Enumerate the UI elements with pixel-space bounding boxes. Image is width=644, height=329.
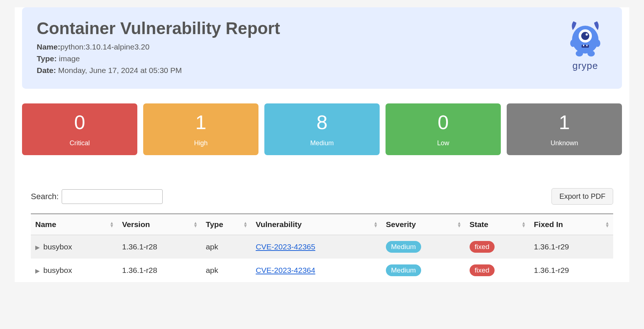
cve-link[interactable]: CVE-2023-42364 xyxy=(256,266,315,274)
severity-summary: 0 Critical 1 High 8 Medium 0 Low 1 Unkno… xyxy=(22,96,622,162)
grype-logo: grype xyxy=(567,18,607,72)
cell-version: 1.36.1-r28 xyxy=(117,259,201,282)
grype-monster-icon xyxy=(567,18,604,59)
svg-point-7 xyxy=(586,33,588,36)
col-state[interactable]: State▲▼ xyxy=(465,214,529,235)
vulnerability-table: Name▲▼ Version▲▼ Type▲▼ Vulnerability▲▼ … xyxy=(31,213,613,282)
sort-icon: ▲▼ xyxy=(110,222,114,228)
cell-type: apk xyxy=(201,259,251,282)
cell-version: 1.36.1-r28 xyxy=(117,235,201,259)
meta-type: Type: image xyxy=(37,54,567,63)
cve-link[interactable]: CVE-2023-42365 xyxy=(256,242,315,251)
svg-rect-10 xyxy=(586,45,587,46)
col-name[interactable]: Name▲▼ xyxy=(31,214,117,235)
vulnerability-table-section: Search: Export to PDF Name▲▼ Version▲▼ T… xyxy=(22,173,622,282)
severity-card-critical: 0 Critical xyxy=(22,103,137,155)
severity-card-low: 0 Low xyxy=(386,103,501,155)
severity-card-medium: 8 Medium xyxy=(264,103,380,155)
meta-date: Date: Monday, June 17, 2024 at 05:30 PM xyxy=(37,66,567,75)
cell-fixed-in: 1.36.1-r29 xyxy=(529,259,613,282)
meta-name: Name:python:3.10.14-alpine3.20 xyxy=(37,43,567,51)
sort-icon: ▲▼ xyxy=(521,222,526,228)
sort-icon: ▲▼ xyxy=(605,222,609,228)
sort-icon: ▲▼ xyxy=(243,222,248,228)
table-row: ▶busybox 1.36.1-r28 apk CVE-2023-42364 M… xyxy=(31,259,613,282)
state-badge: fixed xyxy=(470,241,495,253)
svg-point-4 xyxy=(595,40,600,47)
grype-logo-text: grype xyxy=(567,60,604,72)
col-severity[interactable]: Severity▲▼ xyxy=(381,214,465,235)
page-title: Container Vulnerability Report xyxy=(37,18,567,38)
col-type[interactable]: Type▲▼ xyxy=(201,214,251,235)
svg-rect-8 xyxy=(582,45,589,48)
svg-point-2 xyxy=(587,51,595,56)
export-pdf-button[interactable]: Export to PDF xyxy=(551,188,613,205)
table-row: ▶busybox 1.36.1-r28 apk CVE-2023-42365 M… xyxy=(31,235,613,259)
cell-name: busybox xyxy=(43,242,72,251)
expand-icon[interactable]: ▶ xyxy=(35,267,40,274)
severity-card-unknown: 1 Unknown xyxy=(507,103,622,155)
col-fixed-in[interactable]: Fixed In▲▼ xyxy=(529,214,613,235)
cell-type: apk xyxy=(201,235,251,259)
sort-icon: ▲▼ xyxy=(373,222,378,228)
search-label: Search: xyxy=(31,192,59,201)
svg-rect-9 xyxy=(583,45,584,46)
sort-icon: ▲▼ xyxy=(193,222,198,228)
svg-point-3 xyxy=(570,40,575,47)
severity-badge: Medium xyxy=(386,264,421,276)
expand-icon[interactable]: ▶ xyxy=(35,244,40,251)
svg-point-1 xyxy=(576,51,583,56)
state-badge: fixed xyxy=(470,264,495,276)
severity-card-high: 1 High xyxy=(143,103,258,155)
cell-name: busybox xyxy=(43,266,72,274)
sort-icon: ▲▼ xyxy=(457,222,462,228)
cell-fixed-in: 1.36.1-r29 xyxy=(529,235,613,259)
report-header: Container Vulnerability Report Name:pyth… xyxy=(22,7,622,89)
severity-badge: Medium xyxy=(386,241,421,253)
col-version[interactable]: Version▲▼ xyxy=(117,214,201,235)
search-input[interactable] xyxy=(62,189,163,204)
svg-point-6 xyxy=(581,32,589,40)
col-vulnerability[interactable]: Vulnerability▲▼ xyxy=(251,214,381,235)
search-wrap: Search: xyxy=(31,189,163,204)
